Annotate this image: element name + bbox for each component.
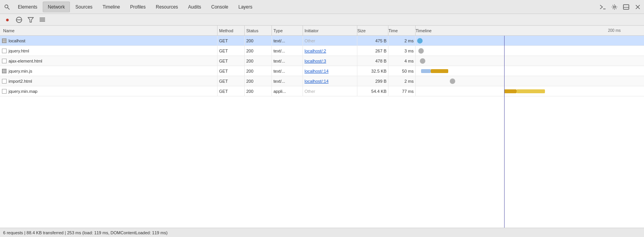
cell-size: 478 B — [357, 56, 388, 66]
file-icon-grid — [2, 38, 7, 44]
initiator-link[interactable]: localhost/:14 — [305, 69, 329, 73]
timeline-bar-receiving — [431, 69, 448, 73]
cell-type: text/... — [272, 66, 303, 76]
search-button[interactable] — [2, 2, 12, 12]
execute-script-button[interactable] — [598, 2, 607, 12]
cell-size: 54.4 KB — [357, 86, 388, 96]
tab-sources[interactable]: Sources — [71, 2, 97, 12]
cell-name: jquery.min.js — [0, 66, 218, 76]
cell-name: jquery.min.map — [0, 86, 218, 96]
network-toolbar: ● — [0, 14, 644, 26]
timeline-bar-receiving — [517, 89, 545, 93]
table-row[interactable]: jquery.min.js GET 200 text/... localhost… — [0, 66, 644, 76]
cell-status: 200 — [245, 76, 272, 86]
tab-console[interactable]: Console — [207, 2, 233, 12]
cell-timeline — [416, 56, 644, 66]
cell-size: 475 B — [357, 36, 388, 45]
timeline-bar-waiting — [421, 69, 431, 73]
filter-button[interactable] — [26, 16, 35, 24]
cell-size: 32.5 KB — [357, 66, 388, 76]
timeline-indicator — [450, 78, 455, 84]
timeline-indicator — [417, 38, 423, 44]
record-button[interactable]: ● — [3, 16, 12, 24]
tab-elements[interactable]: Elements — [13, 2, 42, 12]
initiator-link[interactable]: localhost/:2 — [305, 49, 326, 53]
table-row[interactable]: localhost GET 200 text/... Other 475 B 2… — [0, 36, 644, 46]
cell-type: text/... — [272, 76, 303, 86]
settings-button[interactable] — [610, 2, 619, 12]
initiator-other: Other — [305, 89, 315, 94]
cell-size: 267 B — [357, 46, 388, 56]
cell-time: 3 ms — [388, 46, 416, 56]
tab-resources[interactable]: Resources — [151, 2, 183, 12]
cell-time: 4 ms — [388, 56, 416, 66]
close-button[interactable] — [633, 2, 642, 12]
tab-layers[interactable]: Layers — [234, 2, 257, 12]
header-time[interactable]: Time — [388, 26, 416, 35]
cell-status: 200 — [245, 36, 272, 45]
svg-line-1 — [8, 7, 10, 9]
dock-button[interactable] — [621, 2, 631, 12]
cell-type: text/... — [272, 56, 303, 66]
cell-method: GET — [218, 46, 245, 56]
timeline-area — [416, 66, 644, 76]
tab-bar-actions — [598, 2, 642, 12]
cell-type: appli... — [272, 86, 303, 96]
tab-list: Elements Network Sources Timeline Profil… — [2, 2, 598, 12]
cell-method: GET — [218, 86, 245, 96]
cell-status: 200 — [245, 46, 272, 56]
table-body: localhost GET 200 text/... Other 475 B 2… — [0, 36, 644, 228]
header-size[interactable]: Size — [357, 26, 388, 35]
cell-time: 50 ms — [388, 66, 416, 76]
tab-bar: Elements Network Sources Timeline Profil… — [0, 0, 644, 14]
table-row[interactable]: import2.html GET 200 text/... localhost/… — [0, 76, 644, 86]
tab-timeline[interactable]: Timeline — [98, 2, 125, 12]
cell-time: 77 ms — [388, 86, 416, 96]
file-icon-plain — [2, 58, 7, 64]
svg-marker-10 — [28, 17, 33, 22]
cell-type: text/... — [272, 46, 303, 56]
tab-audits[interactable]: Audits — [183, 2, 205, 12]
network-table: Name Method Status Type Initiator Size T… — [0, 26, 644, 228]
header-type[interactable]: Type — [272, 26, 303, 35]
cell-method: GET — [218, 36, 245, 45]
cell-name: import2.html — [0, 76, 218, 86]
table-row[interactable]: jquery.html GET 200 text/... localhost/:… — [0, 46, 644, 56]
cell-timeline — [416, 36, 644, 45]
initiator-other: Other — [305, 38, 315, 43]
cell-timeline — [416, 86, 644, 96]
cell-timeline — [416, 66, 644, 76]
cell-status: 200 — [245, 56, 272, 66]
cell-initiator: localhost/:3 — [303, 56, 357, 66]
cell-initiator: Other — [303, 36, 357, 45]
cell-size: 299 B — [357, 76, 388, 86]
initiator-link[interactable]: localhost/:3 — [305, 59, 326, 63]
cell-type: text/... — [272, 36, 303, 45]
svg-point-3 — [614, 6, 616, 8]
clear-button[interactable] — [15, 16, 23, 24]
header-timeline[interactable]: Timeline 200 ms — [416, 26, 644, 35]
header-status[interactable]: Status — [245, 26, 272, 35]
cell-name: jquery.html — [0, 46, 218, 56]
tab-profiles[interactable]: Profiles — [125, 2, 150, 12]
svg-rect-4 — [623, 5, 629, 9]
table-row[interactable]: jquery.min.map GET 200 appli... Other 54… — [0, 86, 644, 96]
header-method[interactable]: Method — [218, 26, 245, 35]
header-initiator[interactable]: Initiator — [303, 26, 357, 35]
file-icon-plain — [2, 78, 7, 84]
timeline-area — [416, 86, 644, 96]
initiator-link[interactable]: localhost/:14 — [305, 79, 329, 84]
timeline-area — [416, 36, 644, 45]
timeline-area — [416, 76, 644, 86]
cell-method: GET — [218, 66, 245, 76]
table-row[interactable]: ajax-element.html GET 200 text/... local… — [0, 56, 644, 66]
tab-network[interactable]: Network — [43, 2, 70, 12]
cell-method: GET — [218, 76, 245, 86]
header-name[interactable]: Name — [0, 26, 218, 35]
file-icon-plain — [2, 89, 7, 94]
cell-timeline — [416, 76, 644, 86]
timeline-area — [416, 46, 644, 56]
timeline-indicator — [418, 48, 424, 54]
list-view-button[interactable] — [38, 16, 47, 24]
cell-name: localhost — [0, 36, 218, 45]
